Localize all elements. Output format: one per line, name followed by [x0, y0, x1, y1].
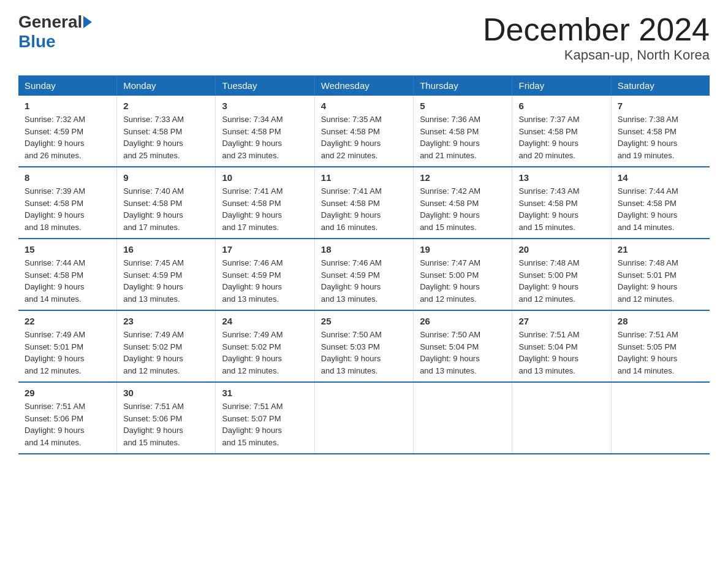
day-number: 30 [123, 388, 209, 398]
calendar-cell: 3Sunrise: 7:34 AM Sunset: 4:58 PM Daylig… [216, 96, 314, 167]
day-info: Sunrise: 7:43 AM Sunset: 4:58 PM Dayligh… [518, 185, 604, 233]
day-number: 27 [518, 316, 604, 326]
day-info: Sunrise: 7:42 AM Sunset: 4:58 PM Dayligh… [420, 185, 506, 233]
day-info: Sunrise: 7:48 AM Sunset: 5:00 PM Dayligh… [518, 257, 604, 305]
day-info: Sunrise: 7:45 AM Sunset: 4:59 PM Dayligh… [123, 257, 209, 305]
calendar-cell: 14Sunrise: 7:44 AM Sunset: 4:58 PM Dayli… [611, 167, 710, 239]
calendar-cell [314, 382, 413, 454]
day-number: 8 [25, 172, 110, 183]
calendar-week-row: 29Sunrise: 7:51 AM Sunset: 5:06 PM Dayli… [18, 382, 710, 454]
day-info: Sunrise: 7:51 AM Sunset: 5:06 PM Dayligh… [25, 400, 110, 448]
weekday-header-friday: Friday [512, 75, 611, 96]
calendar-cell: 24Sunrise: 7:49 AM Sunset: 5:02 PM Dayli… [216, 310, 314, 382]
day-number: 9 [123, 172, 209, 183]
day-number: 12 [420, 172, 506, 183]
weekday-header-monday: Monday [117, 75, 216, 96]
calendar-week-row: 15Sunrise: 7:44 AM Sunset: 4:58 PM Dayli… [18, 239, 710, 310]
day-number: 14 [618, 172, 703, 183]
day-number: 16 [123, 244, 209, 255]
day-info: Sunrise: 7:51 AM Sunset: 5:07 PM Dayligh… [222, 400, 308, 448]
day-info: Sunrise: 7:48 AM Sunset: 5:01 PM Dayligh… [618, 257, 703, 305]
calendar-cell: 18Sunrise: 7:46 AM Sunset: 4:59 PM Dayli… [314, 239, 413, 310]
day-info: Sunrise: 7:36 AM Sunset: 4:58 PM Dayligh… [420, 113, 506, 161]
calendar-cell: 11Sunrise: 7:41 AM Sunset: 4:58 PM Dayli… [314, 167, 413, 239]
day-info: Sunrise: 7:32 AM Sunset: 4:59 PM Dayligh… [25, 113, 110, 161]
day-number: 11 [321, 172, 407, 183]
day-info: Sunrise: 7:49 AM Sunset: 5:02 PM Dayligh… [222, 329, 308, 377]
weekday-header-tuesday: Tuesday [216, 75, 314, 96]
logo-general: General [18, 12, 82, 32]
calendar-title: December 2024 [483, 12, 710, 47]
day-info: Sunrise: 7:47 AM Sunset: 5:00 PM Dayligh… [420, 257, 506, 305]
calendar-cell: 5Sunrise: 7:36 AM Sunset: 4:58 PM Daylig… [414, 96, 512, 167]
day-info: Sunrise: 7:49 AM Sunset: 5:01 PM Dayligh… [25, 329, 110, 377]
day-number: 19 [420, 244, 506, 255]
day-info: Sunrise: 7:51 AM Sunset: 5:06 PM Dayligh… [123, 400, 209, 448]
day-info: Sunrise: 7:34 AM Sunset: 4:58 PM Dayligh… [222, 113, 308, 161]
day-number: 1 [25, 101, 110, 111]
day-number: 20 [518, 244, 604, 255]
calendar-subtitle: Kapsan-up, North Korea [483, 47, 710, 63]
calendar-cell: 10Sunrise: 7:41 AM Sunset: 4:58 PM Dayli… [216, 167, 314, 239]
calendar-cell: 12Sunrise: 7:42 AM Sunset: 4:58 PM Dayli… [414, 167, 512, 239]
day-number: 23 [123, 316, 209, 326]
calendar-cell: 6Sunrise: 7:37 AM Sunset: 4:58 PM Daylig… [512, 96, 611, 167]
day-info: Sunrise: 7:44 AM Sunset: 4:58 PM Dayligh… [25, 257, 110, 305]
calendar-cell: 7Sunrise: 7:38 AM Sunset: 4:58 PM Daylig… [611, 96, 710, 167]
calendar-cell: 26Sunrise: 7:50 AM Sunset: 5:04 PM Dayli… [414, 310, 512, 382]
calendar-cell: 9Sunrise: 7:40 AM Sunset: 4:58 PM Daylig… [117, 167, 216, 239]
day-info: Sunrise: 7:46 AM Sunset: 4:59 PM Dayligh… [222, 257, 308, 305]
day-info: Sunrise: 7:38 AM Sunset: 4:58 PM Dayligh… [618, 113, 703, 161]
calendar-cell: 27Sunrise: 7:51 AM Sunset: 5:04 PM Dayli… [512, 310, 611, 382]
day-number: 21 [618, 244, 703, 255]
calendar-cell: 1Sunrise: 7:32 AM Sunset: 4:59 PM Daylig… [18, 96, 117, 167]
calendar-header-row: SundayMondayTuesdayWednesdayThursdayFrid… [18, 75, 710, 96]
day-number: 10 [222, 172, 308, 183]
weekday-header-wednesday: Wednesday [314, 75, 413, 96]
day-number: 2 [123, 101, 209, 111]
logo-blue: Blue [18, 32, 56, 52]
day-number: 13 [518, 172, 604, 183]
calendar-cell: 25Sunrise: 7:50 AM Sunset: 5:03 PM Dayli… [314, 310, 413, 382]
day-number: 15 [25, 244, 110, 255]
day-number: 6 [518, 101, 604, 111]
calendar-cell: 16Sunrise: 7:45 AM Sunset: 4:59 PM Dayli… [117, 239, 216, 310]
calendar-cell: 17Sunrise: 7:46 AM Sunset: 4:59 PM Dayli… [216, 239, 314, 310]
calendar-cell: 21Sunrise: 7:48 AM Sunset: 5:01 PM Dayli… [611, 239, 710, 310]
calendar-cell: 15Sunrise: 7:44 AM Sunset: 4:58 PM Dayli… [18, 239, 117, 310]
day-info: Sunrise: 7:50 AM Sunset: 5:04 PM Dayligh… [420, 329, 506, 377]
day-info: Sunrise: 7:40 AM Sunset: 4:58 PM Dayligh… [123, 185, 209, 233]
logo: General Blue [18, 12, 93, 52]
day-info: Sunrise: 7:50 AM Sunset: 5:03 PM Dayligh… [321, 329, 407, 377]
day-info: Sunrise: 7:35 AM Sunset: 4:58 PM Dayligh… [321, 113, 407, 161]
calendar-cell: 29Sunrise: 7:51 AM Sunset: 5:06 PM Dayli… [18, 382, 117, 454]
calendar-cell: 4Sunrise: 7:35 AM Sunset: 4:58 PM Daylig… [314, 96, 413, 167]
day-info: Sunrise: 7:33 AM Sunset: 4:58 PM Dayligh… [123, 113, 209, 161]
calendar-cell: 28Sunrise: 7:51 AM Sunset: 5:05 PM Dayli… [611, 310, 710, 382]
calendar-cell: 20Sunrise: 7:48 AM Sunset: 5:00 PM Dayli… [512, 239, 611, 310]
calendar-cell [414, 382, 512, 454]
title-block: December 2024 Kapsan-up, North Korea [483, 12, 710, 63]
day-info: Sunrise: 7:39 AM Sunset: 4:58 PM Dayligh… [25, 185, 110, 233]
day-info: Sunrise: 7:49 AM Sunset: 5:02 PM Dayligh… [123, 329, 209, 377]
calendar-week-row: 22Sunrise: 7:49 AM Sunset: 5:01 PM Dayli… [18, 310, 710, 382]
day-info: Sunrise: 7:44 AM Sunset: 4:58 PM Dayligh… [618, 185, 703, 233]
day-info: Sunrise: 7:46 AM Sunset: 4:59 PM Dayligh… [321, 257, 407, 305]
weekday-header-saturday: Saturday [611, 75, 710, 96]
calendar-cell: 8Sunrise: 7:39 AM Sunset: 4:58 PM Daylig… [18, 167, 117, 239]
day-info: Sunrise: 7:51 AM Sunset: 5:04 PM Dayligh… [518, 329, 604, 377]
calendar-cell [512, 382, 611, 454]
weekday-header-sunday: Sunday [18, 75, 117, 96]
page-header: General Blue December 2024 Kapsan-up, No… [18, 12, 710, 63]
day-number: 31 [222, 388, 308, 398]
calendar-cell: 23Sunrise: 7:49 AM Sunset: 5:02 PM Dayli… [117, 310, 216, 382]
day-number: 4 [321, 101, 407, 111]
day-number: 29 [25, 388, 110, 398]
calendar-cell: 30Sunrise: 7:51 AM Sunset: 5:06 PM Dayli… [117, 382, 216, 454]
day-number: 22 [25, 316, 110, 326]
day-info: Sunrise: 7:41 AM Sunset: 4:58 PM Dayligh… [222, 185, 308, 233]
day-number: 28 [618, 316, 703, 326]
day-number: 17 [222, 244, 308, 255]
day-info: Sunrise: 7:41 AM Sunset: 4:58 PM Dayligh… [321, 185, 407, 233]
calendar-table: SundayMondayTuesdayWednesdayThursdayFrid… [18, 75, 710, 454]
